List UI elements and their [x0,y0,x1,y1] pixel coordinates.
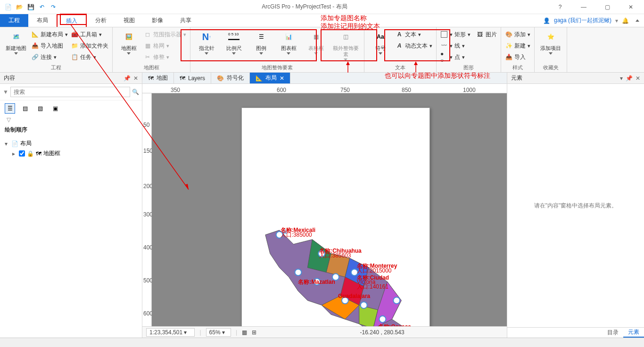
footer-tab-elements[interactable]: 元素 [623,328,644,338]
north-arrow-button[interactable]: N↑指北针 [194,29,219,55]
new-map-button[interactable]: 🗺️ 新建地图 [4,29,28,55]
user-area[interactable]: 👤 gaga (我们一起抓泥鳅) ▾ 🔔 [543,14,644,27]
elements-menu-icon[interactable]: ▾ [620,75,623,82]
close-button[interactable]: ✕ [621,0,640,14]
elements-body: 请在"内容"窗格中选择布局元素。 [507,84,644,327]
page-viewport[interactable]: 🏛 名称:Mexicali 人口:3850 [152,93,507,326]
symbol-tab-icon: 🎨 [217,75,224,82]
tab-share[interactable]: 共享 [172,14,200,27]
connect-button[interactable]: 🔗连接 ▾ [31,52,68,62]
elements-close-icon[interactable]: ✕ [636,75,640,82]
group-label-favorites: 收藏夹 [538,63,563,71]
doc-tab-layers[interactable]: 🗺Layers [174,73,211,83]
ribbon-body: 🗺️ 新建地图 📐新建布局 ▾ 📥导入地图 🔗连接 ▾ 🧰工具箱 ▾ 📁添加文件… [0,27,644,73]
chart-frame-button[interactable]: 📊图表框 [276,29,301,55]
filter-icon[interactable]: ▼ [3,89,8,95]
search-icon[interactable]: 🔍 [132,89,139,95]
ribbon-group-styles: 🎨添加 ▾ ✨新建 ▾ 📥导入 样式 [501,27,535,72]
table-frame-button[interactable]: ▦表格框 [304,29,328,55]
style-import-button[interactable]: 📥导入 [505,52,530,62]
toc-source-icon[interactable]: ▣ [50,103,60,114]
bell-icon[interactable]: 🔔 [622,17,629,24]
task-icon: 📋 [71,53,78,61]
mexico-map-svg: 🏛 名称:Mexicali 人口:3850 [251,117,420,326]
legend-button[interactable]: ☰图例 [249,29,273,55]
new-layout-button[interactable]: 📐新建布局 ▾ [31,29,68,40]
dynamic-text-button[interactable]: A动态文本 ▾ [396,41,432,51]
qat-redo-icon[interactable]: ↷ [48,2,58,12]
footer-tab-catalog[interactable]: 目录 [603,328,623,338]
qat-open-icon[interactable]: 📂 [14,2,25,12]
qat-undo-icon[interactable]: ↶ [37,2,47,12]
quick-access-toolbar: 📄 📂 💾 ↶ ↷ [0,2,58,12]
svg-text:Guadalajara: Guadalajara [338,293,371,299]
symbol-button[interactable]: Aa符号 [368,29,393,55]
text-button[interactable]: A文本 ▾ [396,29,432,40]
scale-selector[interactable]: 1:23,354,501 ▾ [146,328,195,337]
add-item-button[interactable]: ⭐添加项目 [538,29,563,55]
shape-point-button[interactable]: ● ○▾ 点 ▾ [440,52,473,62]
tree-layout-node[interactable]: ▾📄布局 [5,139,137,149]
picture-button[interactable]: 🖼图片 [476,29,497,40]
tasks-button[interactable]: 📋任务 ▾ [71,52,108,62]
toc-section-draworder: 绘制顺序 [0,123,142,137]
maximize-button[interactable]: ▢ [598,0,617,14]
minimize-button[interactable]: — [574,0,593,14]
tab-view[interactable]: 视图 [115,14,143,27]
map-frame-button[interactable]: 🖼️ 地图框 [116,29,141,55]
table-icon: ▦ [308,29,323,44]
tab-layout[interactable]: 布局 [28,14,57,27]
scale-bar-button[interactable]: 0 5 10▬▬▬比例尺 [222,29,246,55]
toc-draw-order-icon[interactable]: ☰ [5,103,15,114]
extent-icon: ◻ [144,31,151,38]
toc-list-icon[interactable]: ▤ [20,103,30,114]
tree-mapframe-node[interactable]: ▸🔒🗺地图框 [5,149,137,158]
help-icon[interactable]: ? [551,0,570,14]
status-snap-icon[interactable]: ⊞ [252,329,256,336]
point-icon: ● ○ [440,53,448,61]
search-input[interactable] [10,87,130,97]
toc-expand-icon[interactable]: ▽ [0,116,142,123]
toolbox-button[interactable]: 🧰工具箱 ▾ [71,29,108,40]
style-new-button[interactable]: ✨新建 ▾ [505,41,530,51]
group-label-graphics: 图形 [440,63,497,71]
tab-analysis[interactable]: 分析 [87,14,115,27]
toc-media-icon[interactable]: ▧ [35,103,45,114]
ribbon-group-surrounds: N↑指北针 0 5 10▬▬▬比例尺 ☰图例 📊图表框 ▦表格框 ◫额外整饰要素… [190,27,364,72]
tab-close-icon[interactable]: ✕ [280,75,284,82]
doc-tab-map[interactable]: 🗺地图 [142,73,174,83]
doc-tab-layout[interactable]: 📐布局 ✕ [250,73,290,83]
mapframe-checkbox[interactable] [19,150,25,157]
extra-surrounds-button[interactable]: ◫额外整饰要素 [331,29,360,61]
ribbon-group-favorites: ⭐添加项目 收藏夹 [535,27,567,72]
import-map-button[interactable]: 📥导入地图 [31,41,68,51]
link-icon: 🔗 [31,53,39,61]
line-icon: 〰 [440,42,448,50]
pane-pin-icon[interactable]: 📌 [124,75,131,82]
import-icon: 📥 [31,42,39,50]
map-frame-content[interactable]: 🏛 名称:Mexicali 人口:3850 [251,117,420,326]
qat-new-icon[interactable]: 📄 [3,2,13,12]
doc-tab-symbol[interactable]: 🎨符号化 [211,73,250,83]
add-folder-button[interactable]: 📁添加文件夹 [71,41,108,51]
tab-insert[interactable]: 插入 [57,14,87,27]
layout-page[interactable]: 🏛 名称:Mexicali 人口:3850 [241,107,430,326]
zoom-selector[interactable]: 65% ▾ [206,328,231,337]
tab-imagery[interactable]: 影像 [143,14,172,27]
qat-save-icon[interactable]: 💾 [25,2,36,12]
ribbon-collapse-icon[interactable] [636,19,639,22]
shape-line-button[interactable]: 〰▾ 线 ▾ [440,41,473,51]
layers-tab-icon: 🗺 [180,75,185,82]
elements-footer-tabs: 目录 元素 [507,327,644,338]
elements-pin-icon[interactable]: 📌 [626,75,633,82]
dyntext-icon: A [396,42,403,50]
pane-close-icon[interactable]: ✕ [133,75,138,82]
shape-rect-button[interactable]: ▾ 矩形 ▾ [440,29,473,40]
group-label-surrounds: 地图整饰要素 [194,63,360,71]
layout-icon: 📐 [31,31,39,38]
tab-project[interactable]: 工程 [0,14,28,27]
status-grid-icon[interactable]: ▦ [242,329,247,336]
style-add-button[interactable]: 🎨添加 ▾ [505,29,530,40]
ruler-vertical: 50 150 200 300 400 500 600 [142,93,152,326]
layout-node-icon: 📄 [11,140,18,147]
